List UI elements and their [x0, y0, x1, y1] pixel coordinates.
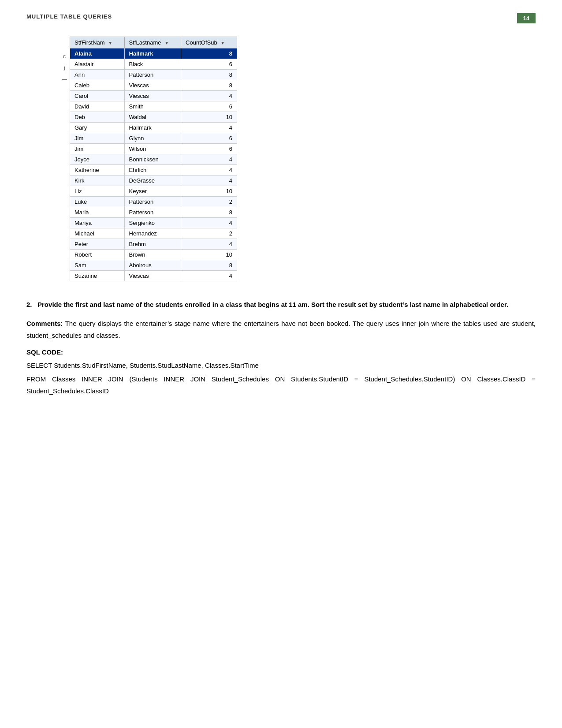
- page-number: 14: [517, 13, 536, 23]
- cell-firstname: Michael: [70, 228, 125, 239]
- cell-count: 10: [181, 112, 237, 123]
- cell-lastname: Viescas: [124, 271, 181, 281]
- cell-lastname: Viescas: [124, 80, 181, 91]
- cell-lastname: Brown: [124, 250, 181, 260]
- table-row: JoyceBonnicksen4: [70, 154, 237, 165]
- table-row: PeterBrehm4: [70, 239, 237, 250]
- cell-firstname: Alaina: [70, 49, 125, 59]
- col-header-firstname[interactable]: StfFirstNam ▼: [70, 37, 125, 49]
- table-row: KirkDeGrasse4: [70, 175, 237, 186]
- cell-lastname: Bonnicksen: [124, 154, 181, 165]
- table-row: LizKeyser10: [70, 186, 237, 197]
- cell-firstname: Robert: [70, 250, 125, 260]
- cell-firstname: Liz: [70, 186, 125, 197]
- cell-lastname: Keyser: [124, 186, 181, 197]
- cell-count: 6: [181, 101, 237, 112]
- col-header-lastname[interactable]: StfLastname ▼: [124, 37, 181, 49]
- sql-code-block: SELECT Students.StudFirstName, Students.…: [26, 359, 536, 397]
- cell-lastname: Black: [124, 59, 181, 70]
- cell-lastname: DeGrasse: [124, 175, 181, 186]
- cell-count: 8: [181, 207, 237, 218]
- cell-firstname: Kirk: [70, 175, 125, 186]
- table-row: CalebViescas8: [70, 80, 237, 91]
- col-header-count[interactable]: CountOfSub ▼: [181, 37, 237, 49]
- sort-arrow-firstname[interactable]: ▼: [108, 41, 112, 45]
- table-row: GaryHallmark4: [70, 123, 237, 133]
- sort-arrow-count[interactable]: ▼: [220, 41, 225, 45]
- sort-arrow-lastname[interactable]: ▼: [164, 41, 169, 45]
- sql-label: SQL CODE:: [26, 348, 536, 356]
- cell-lastname: Glynn: [124, 133, 181, 144]
- cell-count: 8: [181, 260, 237, 271]
- cell-firstname: Katherine: [70, 165, 125, 175]
- cell-lastname: Patterson: [124, 207, 181, 218]
- table-row: MariyaSergienko4: [70, 218, 237, 228]
- comments-text: The query displays the entertainer’s sta…: [26, 320, 536, 339]
- cell-count: 4: [181, 271, 237, 281]
- cell-count: 10: [181, 186, 237, 197]
- table-row: MariaPatterson8: [70, 207, 237, 218]
- cell-count: 4: [181, 165, 237, 175]
- table-row: LukePatterson2: [70, 197, 237, 207]
- cell-firstname: David: [70, 101, 125, 112]
- table-row: KatherineEhrlich4: [70, 165, 237, 175]
- table-row: CarolViescas4: [70, 91, 237, 101]
- table-row: MichaelHernandez2: [70, 228, 237, 239]
- cell-count: 8: [181, 70, 237, 80]
- cell-firstname: Maria: [70, 207, 125, 218]
- cell-count: 2: [181, 228, 237, 239]
- cell-lastname: Abolrous: [124, 260, 181, 271]
- cell-count: 4: [181, 218, 237, 228]
- cell-count: 8: [181, 49, 237, 59]
- page-header: MULTIPLE TABLE QUERIES 14: [26, 13, 536, 23]
- cell-count: 6: [181, 59, 237, 70]
- side-marker-2: ): [63, 62, 65, 74]
- table-section: c ) — StfFirstNam ▼ StfLastname ▼ CountO…: [62, 37, 536, 281]
- comments-block: Comments: The query displays the enterta…: [26, 317, 536, 341]
- cell-firstname: Jim: [70, 133, 125, 144]
- cell-lastname: Patterson: [124, 197, 181, 207]
- cell-count: 10: [181, 250, 237, 260]
- table-row: AnnPatterson8: [70, 70, 237, 80]
- cell-firstname: Jim: [70, 144, 125, 154]
- cell-firstname: Gary: [70, 123, 125, 133]
- cell-lastname: Sergienko: [124, 218, 181, 228]
- data-table: StfFirstNam ▼ StfLastname ▼ CountOfSub ▼…: [70, 37, 237, 281]
- cell-lastname: Hallmark: [124, 49, 181, 59]
- cell-lastname: Brehm: [124, 239, 181, 250]
- cell-count: 6: [181, 144, 237, 154]
- cell-count: 2: [181, 197, 237, 207]
- cell-count: 4: [181, 91, 237, 101]
- table-row: DavidSmith6: [70, 101, 237, 112]
- table-row: JimGlynn6: [70, 133, 237, 144]
- cell-firstname: Deb: [70, 112, 125, 123]
- cell-firstname: Joyce: [70, 154, 125, 165]
- table-row: SamAbolrous8: [70, 260, 237, 271]
- cell-lastname: Patterson: [124, 70, 181, 80]
- cell-count: 8: [181, 80, 237, 91]
- sql-line: FROM Classes INNER JOIN (Students INNER …: [26, 373, 536, 397]
- question-block: 2. Provide the first and last name of th…: [26, 299, 536, 397]
- cell-firstname: Caleb: [70, 80, 125, 91]
- cell-firstname: Luke: [70, 197, 125, 207]
- side-marker-1: c: [63, 51, 66, 62]
- table-row: JimWilson6: [70, 144, 237, 154]
- cell-firstname: Suzanne: [70, 271, 125, 281]
- side-markers: c ) —: [62, 37, 67, 281]
- cell-lastname: Hernandez: [124, 228, 181, 239]
- cell-firstname: Mariya: [70, 218, 125, 228]
- cell-count: 6: [181, 133, 237, 144]
- page-title: MULTIPLE TABLE QUERIES: [26, 13, 112, 20]
- cell-firstname: Sam: [70, 260, 125, 271]
- cell-lastname: Wilson: [124, 144, 181, 154]
- question-number: 2.: [26, 301, 32, 308]
- cell-firstname: Carol: [70, 91, 125, 101]
- cell-firstname: Ann: [70, 70, 125, 80]
- table-row: AlainaHallmark8: [70, 49, 237, 59]
- table-row: DebWaldal10: [70, 112, 237, 123]
- comments-label: Comments:: [26, 320, 63, 327]
- side-marker-3: —: [62, 74, 67, 85]
- cell-firstname: Peter: [70, 239, 125, 250]
- cell-lastname: Smith: [124, 101, 181, 112]
- cell-lastname: Hallmark: [124, 123, 181, 133]
